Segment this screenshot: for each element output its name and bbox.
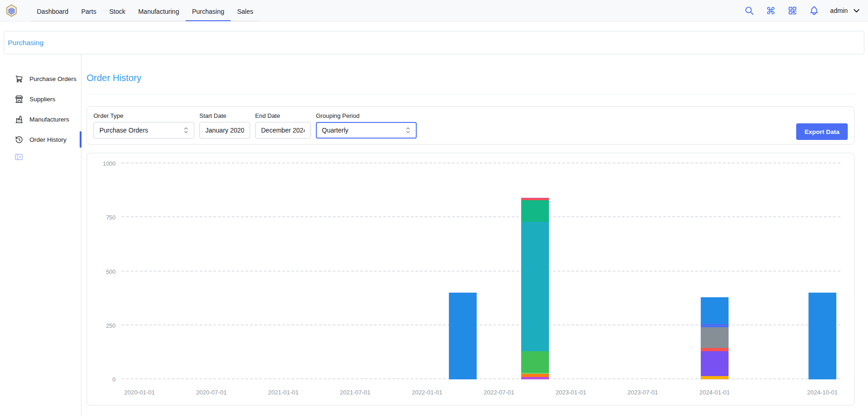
breadcrumb-link-purchasing[interactable]: Purchasing <box>8 39 44 47</box>
shopping-cart-icon <box>15 75 23 83</box>
x-axis-tick-label: 2021-07-01 <box>340 389 371 396</box>
purchasing-sidebar: Purchase OrdersSuppliersManufacturersOrd… <box>0 54 82 417</box>
sidebar-item-purchase-orders[interactable]: Purchase Orders <box>0 70 81 88</box>
bar-segment-blue <box>449 293 477 379</box>
bar-segment-blue <box>809 293 836 379</box>
sidebar-item-label: Manufacturers <box>29 116 69 123</box>
sidebar-items: Purchase OrdersSuppliersManufacturersOrd… <box>0 70 81 149</box>
y-axis-tick-label: 500 <box>87 269 116 275</box>
sidebar-item-suppliers[interactable]: Suppliers <box>0 90 81 108</box>
bar-segment-teal <box>521 200 549 222</box>
gridline-y-1000 <box>122 162 840 163</box>
select-updown-icon <box>183 127 189 134</box>
sidebar-item-label: Purchase Orders <box>29 75 76 82</box>
bar-segment-grape <box>521 377 549 379</box>
x-axis-tick-label: 2024-01-01 <box>699 389 730 396</box>
tab-manufacturing[interactable]: Manufacturing <box>132 3 186 21</box>
y-axis-tick-label: 1000 <box>87 161 116 167</box>
chevron-down-icon <box>852 6 861 15</box>
breadcrumb: Purchasing <box>4 31 864 54</box>
chart-wrap: 2020-01-012020-07-012021-01-012021-07-01… <box>87 153 854 405</box>
bar-segment-indigo <box>701 324 728 327</box>
tab-parts[interactable]: Parts <box>75 3 103 21</box>
bar-2024-10-01 <box>809 293 836 379</box>
tab-sales[interactable]: Sales <box>231 3 260 21</box>
x-axis-tick-label: 2022-01-01 <box>412 389 443 396</box>
sidebar-item-order-history[interactable]: Order History <box>0 130 81 149</box>
collapse-sidebar-icon[interactable] <box>14 152 23 162</box>
search-icon[interactable] <box>744 5 755 16</box>
y-axis-tick-label: 750 <box>87 214 116 221</box>
x-axis-tick-label: 2020-07-01 <box>196 389 227 396</box>
bar-segment-orange <box>521 374 549 377</box>
x-axis-tick-label: 2020-01-01 <box>124 389 155 396</box>
bar-segment-blue <box>701 297 728 324</box>
end-date-field: End Date <box>255 112 311 139</box>
y-axis-tick-label: 250 <box>87 323 116 329</box>
main-nav-tabs: DashboardPartsStockManufacturingPurchasi… <box>30 3 260 21</box>
sidebar-item-label: Order History <box>29 136 66 143</box>
sidebar-item-label: Suppliers <box>29 96 55 103</box>
grouping-period-field: Grouping Period Quarterly <box>316 112 417 139</box>
y-axis-tick-label: 0 <box>87 376 116 383</box>
bar-2024-01-01 <box>701 297 728 379</box>
x-axis-tick-label: 2023-01-01 <box>555 389 586 396</box>
order-type-label: Order Type <box>93 112 194 119</box>
x-axis-tick-label: 2021-01-01 <box>268 389 299 396</box>
bar-2022-04-01 <box>449 293 477 379</box>
x-axis-tick-label: 2023-07-01 <box>627 389 658 396</box>
sidebar-collapse-row <box>0 152 81 162</box>
order-type-select[interactable]: Purchase Orders <box>93 122 194 139</box>
command-palette-icon[interactable]: ⌘ <box>765 5 776 16</box>
export-data-button[interactable]: Export Data <box>796 123 848 140</box>
end-date-input[interactable] <box>255 122 311 139</box>
page-layout: Purchase OrdersSuppliersManufacturersOrd… <box>0 54 868 417</box>
x-axis-tick-label: 2024-10-01 <box>807 389 838 396</box>
chart-plot: 2020-01-012020-07-012021-01-012021-07-01… <box>122 153 840 405</box>
x-axis-tick-label: 2022-07-01 <box>484 389 514 396</box>
start-date-field: Start Date <box>199 112 250 139</box>
barcode-scan-icon[interactable] <box>787 5 798 16</box>
gridline-y-750 <box>122 216 840 217</box>
bar-segment-gray <box>701 327 728 348</box>
history-icon <box>15 135 23 144</box>
start-date-input[interactable] <box>199 122 250 139</box>
app-header: DashboardPartsStockManufacturingPurchasi… <box>0 0 868 22</box>
bar-segment-violet <box>701 351 728 376</box>
filter-panel: Order Type Purchase Orders Start Date En… <box>87 106 855 145</box>
order-type-field: Order Type Purchase Orders <box>93 112 194 139</box>
main-content: Order History Order Type Purchase Orders… <box>82 54 868 417</box>
app-logo[interactable] <box>5 4 18 17</box>
bar-segment-red <box>701 348 728 351</box>
grouping-period-select[interactable]: Quarterly <box>316 122 417 139</box>
page-title: Order History <box>87 73 855 83</box>
bar-segment-cyan <box>521 222 549 351</box>
bar-2022-10-01 <box>521 198 549 379</box>
select-updown-icon <box>405 127 411 134</box>
inventree-logo-icon <box>5 4 18 17</box>
notifications-bell-icon[interactable] <box>809 5 820 16</box>
gridline-y-250 <box>122 324 840 325</box>
grouping-period-label: Grouping Period <box>316 112 417 119</box>
user-menu[interactable]: admin <box>830 6 861 15</box>
order-history-chart-card: 2020-01-012020-07-012021-01-012021-07-01… <box>87 153 855 405</box>
store-icon <box>15 95 23 104</box>
end-date-label: End Date <box>255 112 311 119</box>
tab-stock[interactable]: Stock <box>103 3 132 21</box>
factory-icon <box>15 115 23 124</box>
bar-segment-green <box>521 351 549 373</box>
start-date-label: Start Date <box>199 112 250 119</box>
title-divider <box>87 94 855 94</box>
gridline-y-500 <box>122 271 840 272</box>
bar-segment-amber <box>701 376 728 379</box>
gridline-y-0 <box>122 378 840 379</box>
sidebar-item-manufacturers[interactable]: Manufacturers <box>0 110 81 128</box>
header-actions: ⌘ admin <box>744 5 861 16</box>
username-label: admin <box>830 7 848 14</box>
tab-purchasing[interactable]: Purchasing <box>186 3 231 21</box>
active-item-indicator <box>80 131 82 148</box>
tab-dashboard[interactable]: Dashboard <box>30 3 75 21</box>
